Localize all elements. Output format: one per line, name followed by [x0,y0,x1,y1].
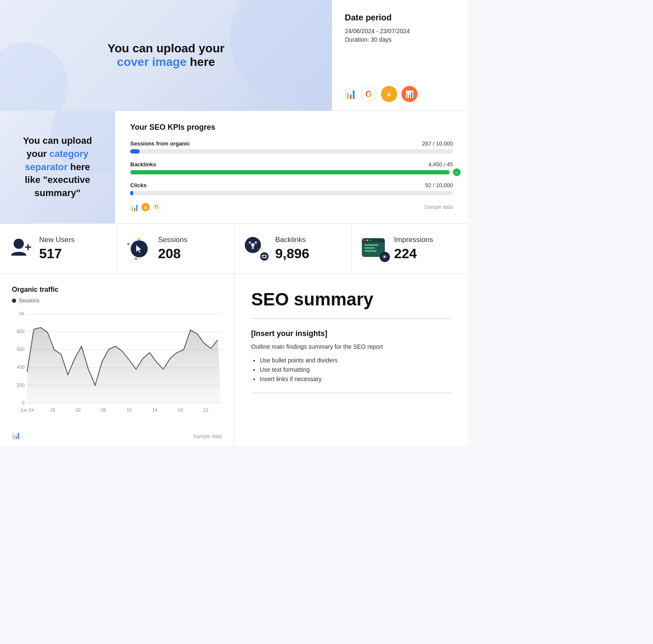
user-plus-icon [10,237,32,259]
svg-text:600: 600 [17,347,24,352]
kpi-item-backlinks: Backlinks 4,450 / 45 ✓ [130,161,453,174]
seo-bullets-list: Use bullet points and dividers Use text … [251,357,451,382]
svg-text:10: 10 [126,407,132,413]
sessions-icon [127,237,151,261]
svg-marker-3 [136,245,141,253]
stat-card-impressions: 👁 Impressions 224 [352,224,468,274]
kpi-item-sessions: Sessions from organic 287 / 10,000 [130,140,453,154]
kpi-ahrefs-icon: a [141,203,150,211]
check-icon: ✓ [453,168,461,176]
cover-area: You can upload your cover image here [0,0,332,111]
progress-fill-backlinks [130,170,450,174]
svg-text:28: 28 [50,407,55,413]
new-users-icon [10,237,32,261]
kpi-footer-icons: 📊 a G [130,203,161,211]
svg-text:800: 800 [17,329,24,334]
date-range: 24/06/2024 - 23/07/2024 [345,28,455,34]
google-icon: G [361,86,377,102]
chart-container: 1K 800 600 400 200 0 [12,309,222,428]
svg-text:1K: 1K [19,311,25,316]
kpi-label-backlinks: Backlinks [130,161,156,168]
seo-divider-top [251,318,451,319]
browser-line-3 [364,250,377,252]
svg-text:18: 18 [178,407,183,413]
seo-summary-panel: SEO summary [Insert your insights] Outli… [234,274,468,446]
impressions-icon-wrap: 👁 [362,238,387,259]
seo-outline: Outline main findings summary for the SE… [251,343,451,350]
stats-row: New Users 517 Sessions 208 [0,223,468,274]
traffic-chart: 1K 800 600 400 200 0 [12,309,222,428]
impressions-text: Impressions 224 [394,236,433,262]
kpi-value-clicks: 92 / 10,000 [425,182,453,188]
kpi-label-sessions: Sessions from organic [130,140,190,147]
sessions-icon-wrap [127,237,151,261]
kpi-sample-data: Sample data [424,204,453,210]
stat-card-sessions: Sessions 208 [117,224,234,274]
chart-footer: 📊 Sample data [12,431,222,439]
backlinks-icon: → [245,237,269,261]
progress-fill-clicks [130,191,133,195]
cover-line1: You can upload your [108,42,225,55]
new-users-value: 517 [39,246,74,262]
bar-chart-icon: 📊 [345,88,356,100]
cover-line2: cover image here [108,55,225,69]
svg-text:02: 02 [75,407,80,413]
sessions-value: 208 [158,246,187,262]
kpi-value-backlinks: 4,450 / 45 [428,161,453,168]
stat-card-backlinks: → Backlinks 9,896 [235,224,352,274]
bottom-section: Organic traffic Sessions 1K 800 600 400 … [0,274,468,446]
kpi-label-clicks: Clicks [130,182,146,188]
date-period-title: Date period [345,13,455,23]
date-panel: Date period 24/06/2024 - 23/07/2024 Dura… [332,0,468,111]
svg-text:22: 22 [203,407,208,413]
stat-card-new-users: New Users 517 [0,224,117,274]
new-users-text: New Users 517 [39,236,74,262]
svg-text:14: 14 [152,407,157,413]
kpi-panel: Your SEO KPIs progres Sessions from orga… [115,111,468,223]
ahrefs-icon: a [381,86,397,102]
kpi-value-sessions: 287 / 10,000 [422,140,453,147]
progress-fill-sessions [130,149,140,154]
browser-dot-green [369,239,371,241]
legend-label: Sessions [19,298,40,304]
svg-text:0: 0 [22,400,24,405]
backlinks-icon-wrap: → [245,237,269,261]
seo-bullet-2: Use text formatting [260,366,451,373]
impressions-value: 224 [394,246,433,262]
sessions-text: Sessions 208 [158,236,187,262]
chart-legend: Sessions [12,298,222,304]
svg-text:06: 06 [101,407,106,413]
svg-text:400: 400 [17,365,24,370]
category-separator: You can uploadyour categoryseparator her… [0,111,115,223]
svg-point-0 [14,239,24,249]
chart-title: Organic traffic [12,286,222,294]
link-icon [262,254,267,259]
seo-insights-title: [Insert your insights] [251,329,451,338]
seo-bullet-3: Insert links if necessary [260,376,451,382]
seo-divider-bottom [251,393,451,393]
chart-sample-data: Sample data [193,433,222,439]
progress-bg-backlinks: ✓ [130,170,453,174]
browser-top [362,238,385,242]
sessions-label: Sessions [158,236,187,244]
seo-summary-title: SEO summary [251,289,451,310]
seo-bullet-1: Use bullet points and dividers [260,357,451,364]
cursor-icon [135,244,144,254]
dot-red [135,258,137,260]
svg-text:Jun 24: Jun 24 [20,407,34,413]
chart-area [27,328,221,403]
browser-line-2 [364,247,375,249]
progress-bg-sessions [130,149,453,154]
chart-footer-icon: 📊 [12,431,20,439]
eye-icon: 👁 [380,252,390,262]
kpi-bar-icon: 📊 [130,203,139,211]
tool-icons-row: 📊 G a 📊 [345,86,455,102]
new-users-label: New Users [39,236,74,244]
browser-dot-yellow [367,239,368,241]
dot-yellow [137,238,140,240]
semrush-icon: 📊 [401,86,418,102]
browser-dot-red [364,239,365,241]
browser-line-1 [364,244,379,246]
legend-dot [12,299,16,303]
duration: Duration: 30 days [345,36,455,43]
